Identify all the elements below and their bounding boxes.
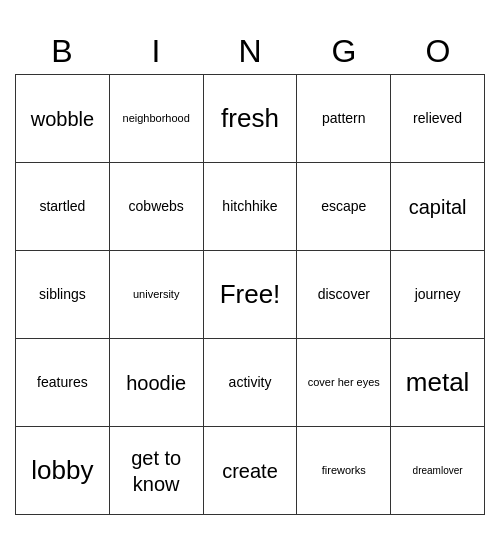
grid-cell-10: siblings: [16, 251, 110, 339]
grid-cell-11: university: [110, 251, 204, 339]
cell-text-14: journey: [415, 285, 461, 303]
cell-text-12: Free!: [220, 278, 281, 312]
header-i: I: [109, 29, 203, 74]
cell-text-19: metal: [406, 366, 470, 400]
bingo-header: B I N G O: [15, 29, 485, 74]
cell-text-4: relieved: [413, 109, 462, 127]
cell-text-16: hoodie: [126, 370, 186, 396]
grid-cell-20: lobby: [16, 427, 110, 515]
grid-cell-21: get to know: [110, 427, 204, 515]
cell-text-3: pattern: [322, 109, 366, 127]
grid-cell-3: pattern: [297, 75, 391, 163]
grid-cell-0: wobble: [16, 75, 110, 163]
cell-text-5: startled: [39, 197, 85, 215]
grid-cell-5: startled: [16, 163, 110, 251]
grid-cell-9: capital: [391, 163, 485, 251]
cell-text-24: dreamlover: [413, 464, 463, 477]
cell-text-9: capital: [409, 194, 467, 220]
cell-text-21: get to know: [114, 445, 199, 497]
cell-text-10: siblings: [39, 285, 86, 303]
cell-text-15: features: [37, 373, 88, 391]
grid-cell-16: hoodie: [110, 339, 204, 427]
cell-text-13: discover: [318, 285, 370, 303]
grid-cell-1: neighborhood: [110, 75, 204, 163]
header-b: B: [15, 29, 109, 74]
cell-text-8: escape: [321, 197, 366, 215]
grid-cell-23: fireworks: [297, 427, 391, 515]
grid-cell-24: dreamlover: [391, 427, 485, 515]
cell-text-22: create: [222, 458, 278, 484]
grid-cell-13: discover: [297, 251, 391, 339]
grid-cell-18: cover her eyes: [297, 339, 391, 427]
cell-text-20: lobby: [31, 454, 93, 488]
cell-text-0: wobble: [31, 106, 94, 132]
cell-text-23: fireworks: [322, 463, 366, 477]
grid-cell-12: Free!: [204, 251, 298, 339]
grid-cell-22: create: [204, 427, 298, 515]
bingo-grid: wobbleneighborhoodfreshpatternrelievedst…: [15, 74, 485, 515]
cell-text-1: neighborhood: [123, 111, 190, 125]
cell-text-6: cobwebs: [129, 197, 184, 215]
header-n: N: [203, 29, 297, 74]
cell-text-2: fresh: [221, 102, 279, 136]
cell-text-7: hitchhike: [222, 197, 277, 215]
grid-cell-7: hitchhike: [204, 163, 298, 251]
grid-cell-2: fresh: [204, 75, 298, 163]
grid-cell-6: cobwebs: [110, 163, 204, 251]
grid-cell-4: relieved: [391, 75, 485, 163]
cell-text-11: university: [133, 287, 179, 301]
header-o: O: [391, 29, 485, 74]
grid-cell-17: activity: [204, 339, 298, 427]
grid-cell-19: metal: [391, 339, 485, 427]
grid-cell-14: journey: [391, 251, 485, 339]
bingo-card: B I N G O wobbleneighborhoodfreshpattern…: [15, 29, 485, 515]
grid-cell-8: escape: [297, 163, 391, 251]
cell-text-17: activity: [229, 373, 272, 391]
cell-text-18: cover her eyes: [308, 375, 380, 389]
grid-cell-15: features: [16, 339, 110, 427]
header-g: G: [297, 29, 391, 74]
